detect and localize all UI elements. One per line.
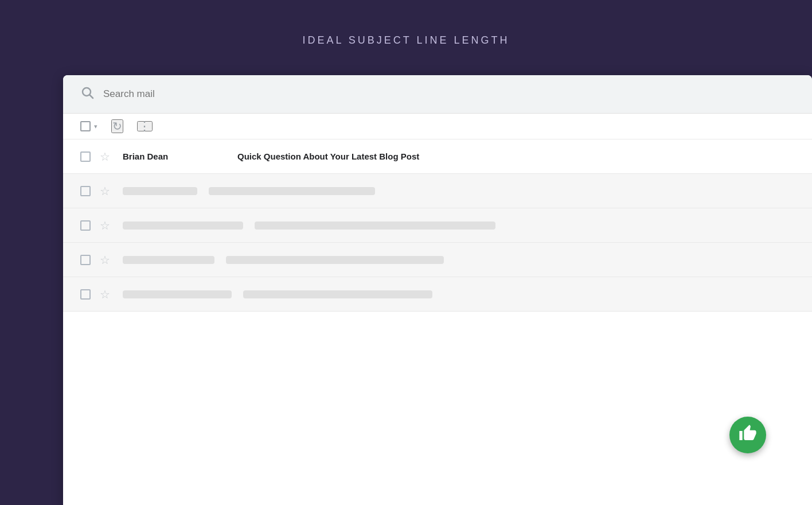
star-icon[interactable]: ☆ [100,253,110,267]
table-row[interactable]: ☆ [63,243,812,277]
svg-line-1 [90,95,93,99]
table-row[interactable]: ☆ Brian Dean Quick Question About Your L… [63,139,812,174]
subject-placeholder [255,222,495,230]
dropdown-arrow-icon[interactable]: ▾ [94,123,97,130]
email-subject: Quick Question About Your Latest Blog Po… [237,152,795,161]
row-content [123,256,795,264]
refresh-button[interactable]: ↻ [111,119,123,133]
subject-placeholder [226,256,444,264]
thumbs-up-icon [739,424,757,446]
search-bar [63,75,812,114]
star-icon[interactable]: ☆ [100,184,110,198]
table-row[interactable]: ☆ [63,277,812,312]
table-row[interactable]: ☆ [63,208,812,243]
row-checkbox[interactable] [80,152,91,162]
sender-placeholder [123,256,214,264]
row-content: Brian Dean Quick Question About Your Lat… [123,152,795,161]
table-row[interactable]: ☆ [63,174,812,208]
select-all-dropdown[interactable]: ▾ [80,121,97,131]
more-options-button[interactable]: ⋮ [137,121,153,131]
row-content [123,187,795,195]
subject-placeholder [243,290,432,298]
row-checkbox[interactable] [80,220,91,231]
star-icon[interactable]: ☆ [100,288,110,301]
star-icon[interactable]: ☆ [100,150,110,164]
star-icon[interactable]: ☆ [100,219,110,232]
row-checkbox[interactable] [80,255,91,265]
page-title: IDEAL SUBJECT LINE LENGTH [302,0,509,75]
email-card: ▾ ↻ ⋮ ☆ Brian Dean Quick Question About … [63,75,812,505]
sender-placeholder [123,290,232,298]
search-input[interactable] [103,88,795,100]
sender-name: Brian Dean [123,152,226,161]
sender-placeholder [123,187,197,195]
row-content [123,290,795,298]
row-content [123,222,795,230]
thumbs-up-fab[interactable] [729,417,766,453]
sender-placeholder [123,222,243,230]
row-checkbox[interactable] [80,289,91,300]
search-icon [80,86,94,103]
select-all-checkbox[interactable] [80,121,91,131]
toolbar: ▾ ↻ ⋮ [63,114,812,139]
email-list: ☆ Brian Dean Quick Question About Your L… [63,139,812,312]
subject-placeholder [209,187,375,195]
row-checkbox[interactable] [80,186,91,196]
